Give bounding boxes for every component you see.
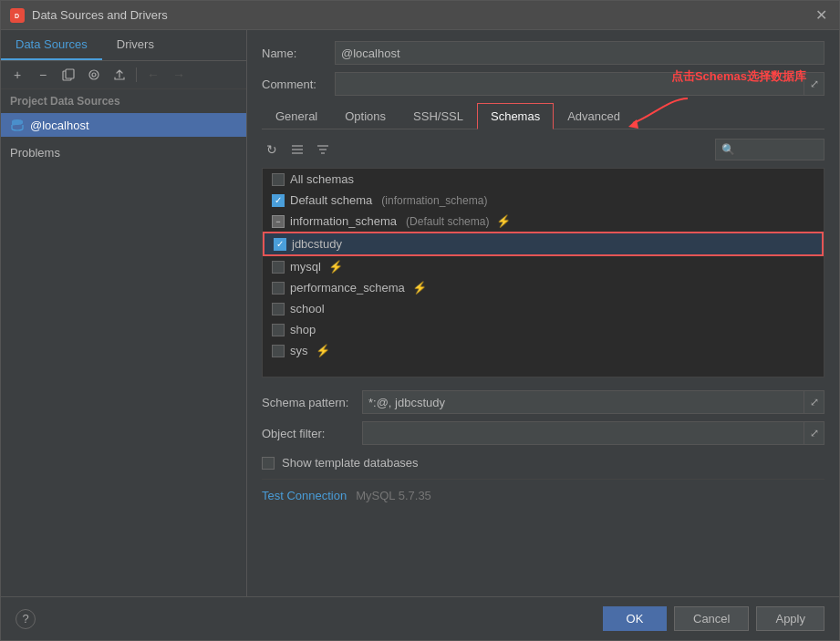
- refresh-button[interactable]: ↻: [262, 140, 282, 160]
- schema-row-performance-schema: performance_schema ⚡: [263, 277, 824, 298]
- checkbox-shop[interactable]: [272, 324, 285, 336]
- svg-text:D: D: [15, 13, 19, 19]
- forward-button[interactable]: →: [168, 65, 190, 85]
- schema-label-default: Default schema: [290, 193, 372, 207]
- project-section-header: Project Data Sources: [1, 89, 246, 113]
- schema-row-shop: shop: [263, 319, 824, 340]
- lightning-mysql: ⚡: [328, 260, 343, 274]
- back-button[interactable]: ←: [142, 65, 164, 85]
- show-template-label: Show template databases: [282, 456, 419, 470]
- problems-label: Problems: [10, 146, 60, 160]
- test-connection-row: Test Connection MySQL 5.7.35: [262, 479, 824, 510]
- bottom-fields: Schema pattern: ⤢ Object filter: ⤢ Show …: [262, 390, 824, 473]
- main-tabs: Data Sources Drivers: [1, 30, 246, 61]
- schema-row-mysql: mysql ⚡: [263, 256, 824, 277]
- close-button[interactable]: ✕: [812, 6, 830, 25]
- comment-row: Comment: ⤢: [262, 72, 824, 96]
- show-template-row: Show template databases: [262, 452, 824, 473]
- tab-advanced[interactable]: Advanced: [554, 103, 634, 129]
- lightning-sys: ⚡: [316, 344, 330, 357]
- tab-drivers[interactable]: Drivers: [102, 30, 169, 60]
- share-button[interactable]: [109, 65, 130, 85]
- checkbox-information-schema[interactable]: −: [272, 215, 285, 228]
- problems-section: Problems: [1, 140, 246, 165]
- sub-tabs: General Options SSH/SSL Schemas Advanced: [262, 103, 824, 129]
- tab-sshssl[interactable]: SSH/SSL: [399, 103, 477, 129]
- cancel-button[interactable]: Cancel: [674, 606, 749, 631]
- schema-search[interactable]: 🔍: [715, 139, 824, 160]
- apply-button[interactable]: Apply: [756, 606, 824, 631]
- schema-row-jdbcstudy: ✓ jdbcstudy: [263, 232, 824, 256]
- svg-rect-3: [66, 69, 74, 78]
- right-panel-wrapper: Name: Comment: ⤢ General Options SSH/SSL…: [247, 30, 839, 596]
- main-content: Data Sources Drivers + −: [1, 30, 839, 596]
- svg-point-5: [92, 73, 96, 77]
- datasource-name: @localhost: [30, 119, 89, 132]
- ok-button[interactable]: OK: [603, 606, 667, 631]
- left-toolbar: + −: [1, 61, 246, 89]
- bottom-bar: ? OK Cancel Apply: [1, 596, 839, 640]
- tab-general[interactable]: General: [262, 103, 331, 129]
- svg-point-4: [89, 70, 99, 79]
- test-connection-link[interactable]: Test Connection: [262, 489, 347, 502]
- schema-label-information-schema: information_schema: [290, 214, 397, 228]
- checkbox-mysql[interactable]: [272, 261, 285, 274]
- schema-pattern-input[interactable]: [362, 390, 804, 414]
- checkbox-sys[interactable]: [272, 345, 285, 357]
- checkbox-performance-schema[interactable]: [272, 282, 285, 295]
- schema-row-information-schema: − information_schema (Default schema) ⚡: [263, 211, 824, 232]
- schema-row-school: school: [263, 298, 824, 319]
- object-filter-label: Object filter:: [262, 427, 362, 440]
- title-bar: D Data Sources and Drivers ✕: [1, 1, 839, 30]
- lightning-performance-schema: ⚡: [412, 281, 427, 295]
- schema-row-sys: sys ⚡: [263, 340, 824, 361]
- search-input[interactable]: [738, 143, 820, 156]
- schema-sub-default: (information_schema): [381, 194, 487, 207]
- checkbox-all-schemas[interactable]: [272, 173, 285, 186]
- add-button[interactable]: +: [6, 65, 28, 85]
- lightning-information-schema: ⚡: [496, 214, 511, 228]
- schema-label-sys: sys: [290, 344, 308, 357]
- object-filter-input[interactable]: [362, 421, 804, 445]
- object-filter-expand[interactable]: ⤢: [804, 421, 824, 445]
- schema-pattern-row: Schema pattern: ⤢: [262, 390, 824, 414]
- schema-row-all: All schemas: [263, 169, 824, 190]
- checkbox-school[interactable]: [272, 303, 285, 315]
- comment-label: Comment:: [262, 78, 335, 91]
- schema-list: All schemas ✓ Default schema (informatio…: [262, 168, 824, 377]
- datasource-icon: [10, 118, 25, 132]
- dialog-title: Data Sources and Drivers: [32, 8, 812, 22]
- expand-all-button[interactable]: [287, 140, 307, 160]
- comment-input[interactable]: [335, 72, 804, 96]
- duplicate-button[interactable]: [57, 65, 79, 85]
- left-panel: Data Sources Drivers + −: [1, 30, 247, 596]
- schema-label-all: All schemas: [290, 172, 354, 186]
- datasource-localhost[interactable]: @localhost: [1, 113, 246, 137]
- help-button[interactable]: ?: [16, 609, 36, 629]
- search-icon: 🔍: [721, 143, 735, 156]
- schemas-toolbar: ↻: [262, 139, 824, 160]
- schema-pattern-label: Schema pattern:: [262, 396, 362, 409]
- bottom-buttons: OK Cancel Apply: [603, 606, 824, 631]
- object-filter-row: Object filter: ⤢: [262, 421, 824, 445]
- name-label: Name:: [262, 47, 335, 60]
- schema-label-school: school: [290, 302, 325, 315]
- comment-expand-btn[interactable]: ⤢: [804, 72, 824, 96]
- tab-options[interactable]: Options: [331, 103, 399, 129]
- schema-label-performance-schema: performance_schema: [290, 281, 405, 295]
- name-input[interactable]: [335, 41, 824, 65]
- toolbar-separator: [136, 67, 137, 82]
- dialog-data-sources-drivers: D Data Sources and Drivers ✕ Data Source…: [0, 0, 840, 641]
- schema-row-default: ✓ Default schema (information_schema): [263, 190, 824, 211]
- name-row: Name:: [262, 41, 824, 65]
- show-template-checkbox[interactable]: [262, 457, 275, 470]
- schema-pattern-expand[interactable]: ⤢: [804, 390, 824, 414]
- filter-button[interactable]: [313, 140, 333, 160]
- tab-schemas[interactable]: Schemas: [477, 103, 554, 129]
- remove-button[interactable]: −: [32, 65, 54, 85]
- properties-button[interactable]: [83, 65, 105, 85]
- checkbox-default-schema[interactable]: ✓: [272, 194, 285, 207]
- tab-data-sources[interactable]: Data Sources: [1, 30, 102, 60]
- checkbox-jdbcstudy[interactable]: ✓: [274, 238, 286, 251]
- schema-label-mysql: mysql: [290, 260, 321, 274]
